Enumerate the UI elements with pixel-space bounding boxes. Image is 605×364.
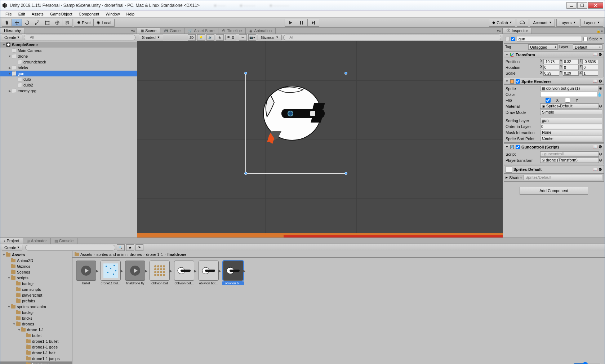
layer-dropdown[interactable]: Default♦ — [573, 44, 602, 50]
asset-item[interactable]: ▶finaldrone fly — [124, 261, 146, 285]
scene-hidden-count[interactable]: 👁 0 — [225, 35, 236, 40]
sprite-field[interactable]: ▦ oblivion bot gun (1) — [540, 86, 599, 91]
add-component-button[interactable]: Add Component — [520, 187, 588, 195]
help-icon[interactable]: 📖 — [593, 52, 598, 57]
thumbnail-size-slider[interactable] — [573, 362, 602, 364]
rotation-z[interactable] — [582, 65, 598, 70]
asset-item[interactable]: ▶bullet — [75, 261, 97, 285]
asset-item[interactable]: ▶drone11 bul... — [100, 261, 121, 285]
project-folder-item[interactable]: bullet — [0, 333, 72, 338]
asset-item[interactable]: ▶oblivion bot... — [198, 261, 219, 285]
hierarchy-create-button[interactable]: Create▼ — [2, 35, 22, 40]
project-folder-item[interactable]: drone1-1 halt — [0, 350, 72, 356]
cloud-button[interactable] — [517, 19, 528, 27]
project-folder-item[interactable]: bricks — [0, 315, 72, 321]
scale-z[interactable] — [582, 71, 598, 76]
hierarchy-search-input[interactable] — [24, 35, 135, 40]
minimize-button[interactable] — [566, 2, 577, 9]
tab-game[interactable]: 🎮 Game — [160, 28, 184, 34]
project-folder-item[interactable]: camscripts — [0, 287, 72, 292]
gear-icon[interactable]: ⚙ — [599, 145, 602, 149]
project-breadcrumb[interactable]: Assets› sprites and anim› drones› drone … — [72, 251, 605, 258]
scene-audio-toggle[interactable]: 🔊 — [206, 34, 214, 41]
scene-fx-toggle[interactable]: ※ — [216, 34, 224, 41]
draw-mode-dropdown[interactable]: Simple — [540, 110, 602, 115]
mask-interaction-dropdown[interactable]: None — [540, 130, 602, 135]
scene-lighting-toggle[interactable]: 💡 — [197, 34, 205, 41]
project-folder-item[interactable]: drone1-1 goes — [0, 344, 72, 350]
tab-asset-store[interactable]: 🛒 Asset Store — [184, 28, 218, 34]
rotation-y[interactable] — [563, 65, 579, 70]
guncontroll-header[interactable]: ▼ # Guncontroll (Script) 📖⚙ — [504, 144, 604, 150]
custom-tool[interactable] — [62, 19, 72, 27]
project-folder-item[interactable]: drones — [0, 321, 72, 327]
scale-tool[interactable] — [32, 19, 42, 27]
account-dropdown[interactable]: Account ▼ — [530, 19, 555, 27]
menu-assets[interactable]: Assets — [29, 11, 46, 17]
menu-gameobject[interactable]: GameObject — [47, 11, 75, 17]
layout-dropdown[interactable]: Layout ▼ — [580, 19, 603, 27]
project-folder-item[interactable]: playerscript — [0, 292, 72, 298]
hierarchy-item[interactable]: drone — [0, 53, 137, 59]
gameobject-icon[interactable] — [505, 36, 510, 41]
scene-camera-icon[interactable]: ✂ — [239, 34, 247, 41]
gameobject-active-checkbox[interactable] — [511, 37, 515, 41]
menu-component[interactable]: Component — [76, 11, 102, 17]
playertransform-field[interactable]: ⦾ drone (Transform) — [540, 157, 599, 163]
position-z[interactable] — [582, 59, 598, 64]
tab-scene[interactable]: ⊞ Scene — [137, 28, 160, 34]
flip-y-checkbox[interactable] — [560, 98, 575, 103]
object-picker-icon[interactable]: ⊙ — [599, 86, 602, 91]
tab-console[interactable]: ▤ Console — [51, 238, 77, 244]
tab-project[interactable]: ▪ Project — [0, 238, 23, 244]
hierarchy-item[interactable]: groundcheck — [0, 59, 137, 65]
project-folder-item[interactable]: drone 1-1 — [0, 327, 72, 333]
hierarchy-item[interactable]: Main Camera — [0, 48, 137, 53]
inspector-tab[interactable]: ⓘ Inspector — [503, 28, 532, 34]
help-icon[interactable]: 📖 — [593, 167, 598, 172]
tab-animator[interactable]: ⊞ Animator — [23, 238, 51, 244]
asset-item[interactable]: ▶oblivion bot... — [173, 261, 195, 285]
sprite-renderer-header[interactable]: ▼ Sprite Renderer 📖⚙ — [504, 78, 604, 85]
tab-timeline[interactable]: ⏱ Timeline — [218, 28, 246, 34]
sprite-renderer-enabled[interactable] — [516, 79, 520, 84]
project-folder-item[interactable]: Assets — [0, 252, 72, 258]
favorite-filter-icon[interactable]: ★ — [126, 244, 134, 251]
step-button[interactable] — [308, 19, 319, 27]
asset-item[interactable]: ▶oblivion b... — [222, 261, 244, 285]
transform-tool[interactable] — [52, 19, 62, 27]
menu-file[interactable]: File — [3, 11, 15, 17]
menu-window[interactable]: Window — [103, 11, 123, 17]
scene-2d-toggle[interactable]: 2D — [188, 34, 196, 41]
menu-help[interactable]: Help — [123, 11, 137, 17]
maximize-button[interactable] — [577, 2, 587, 9]
project-folder-item[interactable]: Scenes — [0, 269, 72, 275]
order-in-layer-field[interactable] — [540, 124, 602, 129]
pivot-toggle[interactable]: ⊕ Pivot — [74, 19, 94, 27]
position-x[interactable] — [543, 59, 559, 64]
help-icon[interactable]: 📖 — [593, 145, 598, 149]
gizmos-dropdown[interactable]: Gizmos ▼ — [258, 35, 282, 40]
move-tool[interactable] — [12, 19, 22, 27]
tag-dropdown[interactable]: Untagged♦ — [528, 44, 558, 50]
project-folder-item[interactable]: sprites and anim — [0, 304, 72, 310]
material-field[interactable]: ◉ Sprites-Default — [540, 103, 599, 109]
selection-rect[interactable] — [245, 73, 346, 174]
position-y[interactable] — [563, 59, 579, 64]
object-picker-icon[interactable]: ⊙ — [599, 158, 602, 163]
panel-menu-icon[interactable]: ▾≡ — [495, 28, 503, 34]
hidden-filter-icon[interactable]: 👁 — [135, 244, 143, 251]
color-field[interactable] — [540, 92, 597, 97]
flip-x-checkbox[interactable] — [540, 98, 556, 103]
script-enabled-checkbox[interactable] — [516, 145, 520, 149]
project-folder-item[interactable]: Gizmos — [0, 263, 72, 269]
gameobject-name-field[interactable] — [517, 36, 582, 42]
project-folder-item[interactable]: Anima2D — [0, 258, 72, 263]
static-checkbox[interactable] — [583, 37, 588, 41]
project-folder-item[interactable]: scripts — [0, 275, 72, 281]
layers-dropdown[interactable]: Layers ▼ — [556, 19, 579, 27]
shading-mode-dropdown[interactable]: Shaded ▼ — [139, 35, 163, 40]
hierarchy-item[interactable]: gun — [0, 71, 137, 76]
rotate-tool[interactable] — [22, 19, 32, 27]
close-button[interactable] — [588, 2, 603, 9]
